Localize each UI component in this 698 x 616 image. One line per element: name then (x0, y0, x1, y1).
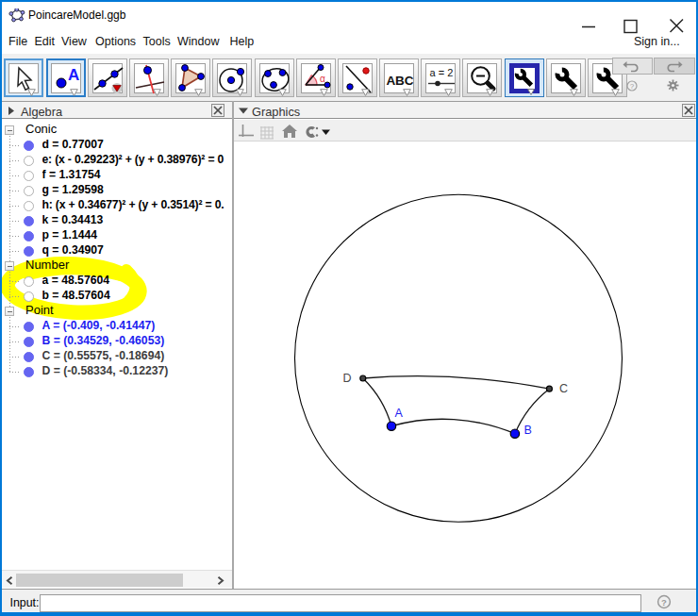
svg-text:A: A (68, 66, 79, 84)
svg-text:a = 2: a = 2 (430, 67, 454, 78)
svg-text:?: ? (661, 596, 667, 607)
svg-text:D: D (343, 372, 352, 385)
svg-text:C: C (559, 382, 568, 395)
svg-text:B: B (524, 424, 532, 437)
svg-text:A: A (395, 407, 404, 420)
svg-text:?: ? (630, 82, 635, 91)
